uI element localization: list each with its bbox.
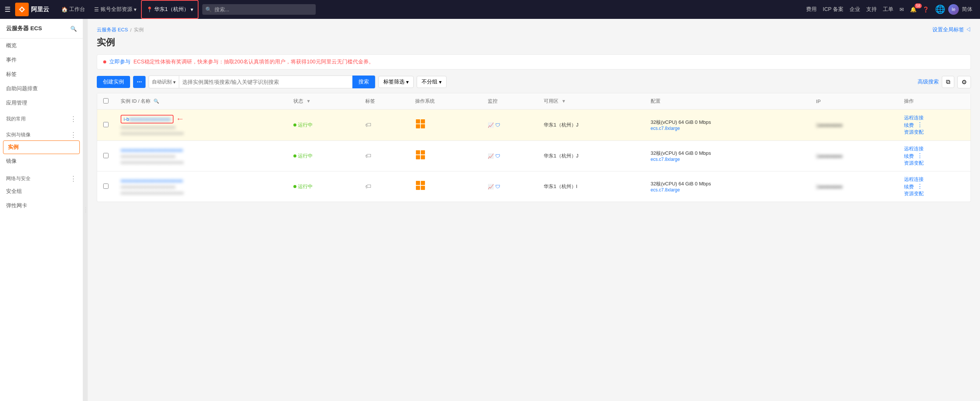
sidebar-title: 云服务器 ECS — [6, 25, 42, 32]
sidebar-item-security-group[interactable]: 安全组 — [0, 184, 83, 199]
more-actions-button[interactable]: ··· — [133, 76, 146, 88]
row3-checkbox[interactable] — [103, 184, 108, 189]
auto-identify-dropdown[interactable]: 自动识别 ▾ — [149, 76, 179, 88]
nav-mail-icon[interactable]: ✉ — [896, 6, 907, 13]
row3-chart-icon[interactable]: 📈 — [488, 184, 494, 190]
sidebar-collapse-handle[interactable]: · · · — [83, 19, 88, 401]
row1-config-type[interactable]: ecs.c7.8xlarge — [651, 126, 804, 131]
logo-text: 阿里云 — [31, 6, 49, 14]
logo: 阿里云 — [15, 3, 49, 16]
col-header-tags: 标签 — [359, 93, 409, 109]
instances-dots[interactable]: ⋮ — [70, 131, 77, 139]
favorites-dots[interactable]: ⋮ — [70, 115, 77, 123]
sidebar-item-instances[interactable]: 实例 — [3, 141, 80, 154]
layers-button[interactable]: ⧉ — [942, 76, 954, 88]
nav-avatar-icon[interactable]: 🌐 — [932, 5, 948, 14]
row3-instance-name: ●●●●●●●●●●●●●●●●●●●● — [121, 184, 281, 190]
advanced-search-link[interactable]: 高级搜索 — [918, 79, 939, 86]
breadcrumb: 云服务器 ECS / 实例 — [97, 27, 144, 33]
svg-rect-0 — [416, 119, 420, 124]
nav-workorder[interactable]: 工单 — [880, 6, 896, 13]
sidebar-item-troubleshoot[interactable]: 自助问题排查 — [0, 82, 83, 96]
nav-help-icon[interactable]: ❓ — [920, 6, 932, 13]
sidebar-section-network: 网络与安全 ⋮ — [0, 171, 83, 184]
row3-tags[interactable]: 🏷 — [359, 171, 409, 202]
row1-renew[interactable]: 续费 — [904, 122, 914, 128]
nav-fee[interactable]: 费用 — [803, 6, 820, 13]
row2-resource-change[interactable]: 资源变配 — [904, 160, 924, 166]
row3-config-type[interactable]: ecs.c7.8xlarge — [651, 187, 804, 193]
row2-tags[interactable]: 🏷 — [359, 141, 409, 171]
row3-remote-connect[interactable]: 远程连接 — [904, 176, 924, 182]
row2-checkbox[interactable] — [103, 153, 108, 158]
row1-resource-change[interactable]: 资源变配 — [904, 129, 924, 135]
search-button[interactable]: 搜索 — [352, 76, 375, 88]
svg-rect-7 — [421, 155, 425, 159]
create-instance-button[interactable]: 创建实例 — [97, 76, 130, 88]
row2-remote-connect[interactable]: 远程连接 — [904, 146, 924, 151]
nav-icp[interactable]: ICP 备案 — [820, 6, 846, 13]
banner-link[interactable]: 立即参与 — [109, 59, 130, 65]
breadcrumb-parent[interactable]: 云服务器 ECS — [97, 27, 128, 33]
row1-checkbox[interactable] — [103, 122, 108, 127]
tag-filter-label: 标签筛选 — [383, 79, 404, 86]
row3-more-actions[interactable]: ⋮ — [917, 183, 923, 190]
nav-workbench[interactable]: 🏠 工作台 — [57, 0, 90, 19]
auto-identify-chevron: ▾ — [173, 79, 176, 85]
global-tag-btn[interactable]: 设置全局标签 ◁ — [932, 27, 971, 33]
row1-zone: 华东1（杭州）J — [538, 109, 644, 141]
nav-search-input[interactable] — [202, 4, 316, 15]
row1-actions: 远程连接 续费 ⋮ 资源变配 — [898, 109, 970, 141]
hamburger-menu[interactable]: ☰ — [5, 5, 11, 14]
row1-more-actions[interactable]: ⋮ — [917, 122, 923, 128]
nav-enterprise[interactable]: 企业 — [846, 6, 863, 13]
nav-support[interactable]: 支持 — [863, 6, 880, 13]
row1-chart-icon[interactable]: 📈 — [488, 122, 494, 128]
col-header-zone: 可用区 ▼ — [538, 93, 644, 109]
row1-shield-icon[interactable]: 🛡 — [495, 122, 500, 128]
sidebar-search-icon[interactable]: 🔍 — [70, 26, 77, 32]
nav-user-avatar[interactable]: Ie — [948, 4, 959, 15]
settings-button[interactable]: ⚙ — [957, 76, 971, 88]
row2-instance-id[interactable]: ●●●●●●●●●●●●●●●●●●●●● — [121, 147, 183, 153]
group-filter-button[interactable]: 不分组 ▾ — [417, 76, 447, 88]
row3-shield-icon[interactable]: 🛡 — [495, 184, 500, 190]
col-id-filter-icon[interactable]: 🔍 — [153, 98, 159, 104]
sidebar-item-events[interactable]: 事件 — [0, 53, 83, 67]
row1-instance-id[interactable]: i-b●●●●●●●●●●●●●● — [124, 116, 170, 122]
sidebar-item-nic[interactable]: 弹性网卡 — [0, 199, 83, 213]
instance-search-input[interactable] — [179, 79, 352, 85]
select-all-checkbox[interactable] — [103, 98, 108, 103]
nav-account-resources[interactable]: ☰ 账号全部资源 ▾ — [90, 0, 141, 19]
col-zone-filter-icon[interactable]: ▼ — [562, 98, 566, 104]
row2-instance-sub2: ●●●●●●●●●●●●●●●●●●●●●●● — [121, 160, 281, 165]
row3-actions: 远程连接 续费 ⋮ 资源变配 — [898, 171, 970, 202]
row2-config-type[interactable]: ecs.c7.8xlarge — [651, 157, 804, 162]
row3-resource-change[interactable]: 资源变配 — [904, 191, 924, 197]
sidebar-item-tags[interactable]: 标签 — [0, 67, 83, 82]
col-status-filter-icon[interactable]: ▼ — [306, 98, 311, 104]
nav-simplified[interactable]: 简体 — [959, 6, 975, 13]
row2-tag-icon[interactable]: 🏷 — [365, 152, 371, 159]
sidebar-item-images[interactable]: 镜像 — [0, 154, 83, 168]
svg-rect-2 — [416, 124, 420, 128]
row3-instance-sub2: ●●●●●●●●●●●●●●●●●●●●●●● — [121, 190, 281, 196]
tag-filter-button[interactable]: 标签筛选 ▾ — [379, 76, 414, 88]
row1-tags[interactable]: 🏷 — [359, 109, 409, 141]
row3-instance-id[interactable]: ●●●●●●●●●●●●●●●●●●●●● — [121, 178, 183, 184]
row1-tag-icon[interactable]: 🏷 — [365, 122, 371, 128]
row3-tag-icon[interactable]: 🏷 — [365, 183, 371, 190]
sidebar-item-appmanage[interactable]: 应用管理 — [0, 96, 83, 110]
network-dots[interactable]: ⋮ — [70, 174, 77, 183]
sidebar-item-overview[interactable]: 概览 — [0, 38, 83, 53]
nav-notification[interactable]: 🔔 58 — [907, 6, 920, 13]
row3-renew[interactable]: 续费 — [904, 184, 914, 190]
row2-more-actions[interactable]: ⋮ — [917, 152, 923, 159]
row3-config-text: 32核(vCPU) 64 GiB 0 Mbps — [651, 181, 804, 187]
row2-shield-icon[interactable]: 🛡 — [495, 153, 500, 159]
row2-status-label: 运行中 — [298, 152, 313, 159]
row2-chart-icon[interactable]: 📈 — [488, 153, 494, 159]
row1-remote-connect[interactable]: 远程连接 — [904, 115, 924, 120]
nav-region[interactable]: 📍 华东1（杭州） ▾ — [141, 0, 199, 19]
row2-renew[interactable]: 续费 — [904, 153, 914, 159]
